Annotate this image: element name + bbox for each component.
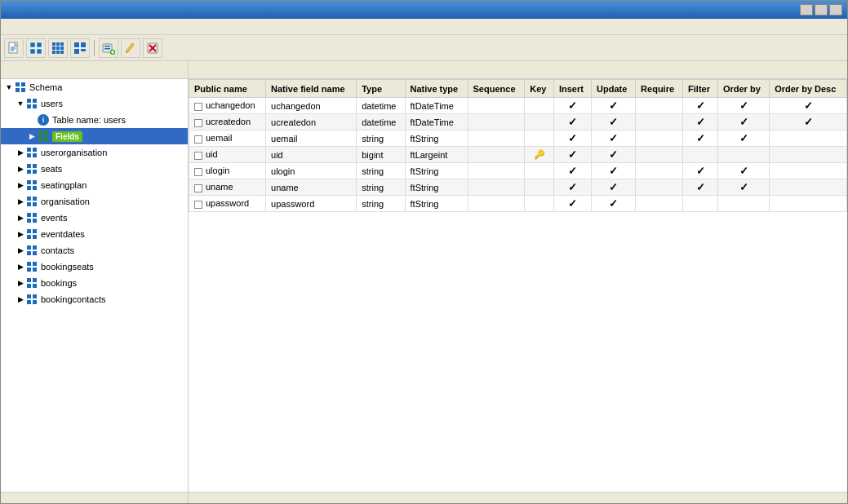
table-cell-6-5 [525, 196, 554, 212]
col-header-filter: Filter [683, 80, 718, 98]
minimize-button[interactable] [800, 4, 813, 15]
toolbar-sep1 [94, 40, 95, 56]
grid3-button[interactable] [70, 38, 90, 58]
sidebar-item-fields[interactable]: Fields [1, 128, 188, 144]
table-row[interactable]: uiduidbigintftLargeint🔑✓✓ [189, 147, 847, 163]
edit-button[interactable] [121, 38, 140, 58]
table-cell-6-7: ✓ [592, 196, 636, 212]
svg-rect-20 [81, 49, 86, 51]
tree-arrow-events [16, 213, 25, 223]
svg-rect-49 [27, 153, 31, 157]
sidebar-item-schema[interactable]: Schema [1, 79, 188, 95]
table-cell-0-5 [525, 98, 554, 114]
svg-rect-46 [44, 137, 48, 141]
tree-label-contacts: contacts [41, 245, 74, 255]
table-cell-3-6: ✓ [553, 147, 591, 163]
table-cell-1-1: ucreatedon [266, 114, 357, 130]
grid1-button[interactable] [26, 38, 46, 58]
tree-label-users: users [41, 99, 63, 108]
svg-rect-7 [37, 49, 42, 54]
table-cell-6-2: string [357, 196, 405, 212]
menu-file[interactable] [4, 26, 14, 28]
new-button[interactable] [4, 38, 24, 58]
svg-rect-9 [56, 42, 60, 46]
table-cell-3-1: uid [266, 147, 357, 163]
row-checkbox [194, 201, 202, 209]
bottom-scrollbar[interactable] [189, 492, 847, 503]
svg-rect-62 [33, 202, 37, 206]
sidebar-item-userorganisation[interactable]: userorganisation [1, 144, 188, 161]
svg-rect-59 [27, 197, 31, 201]
table-row[interactable]: unameunamestringftString✓✓✓✓ [189, 179, 847, 196]
table-icon [25, 260, 38, 273]
delete-button[interactable] [143, 38, 162, 58]
table-cell-3-0: uid [189, 147, 266, 163]
table-row[interactable]: upasswordupasswordstringftString✓✓ [189, 196, 847, 212]
check-icon: ✓ [739, 181, 748, 193]
tree-label-events: events [41, 213, 67, 223]
svg-rect-42 [33, 104, 37, 108]
svg-rect-83 [27, 294, 31, 298]
svg-rect-69 [27, 235, 31, 239]
table-cell-6-9 [683, 196, 718, 212]
svg-rect-85 [27, 300, 31, 304]
svg-rect-14 [52, 51, 55, 54]
table-row[interactable]: uloginuloginstringftString✓✓✓✓ [189, 163, 847, 179]
tree-label-table-info: Table name: users [52, 115, 126, 125]
sidebar-item-eventdates[interactable]: eventdates [1, 226, 188, 242]
svg-rect-35 [16, 82, 20, 86]
table-cell-1-4 [468, 114, 525, 130]
sidebar-item-contacts[interactable]: contacts [1, 242, 188, 259]
svg-rect-51 [27, 164, 31, 168]
sidebar-item-bookings[interactable]: bookings [1, 275, 188, 291]
table-cell-4-0: ulogin [189, 163, 266, 179]
table-cell-3-4 [468, 147, 525, 163]
table-header-row: Public nameNative field nameTypeNative t… [189, 80, 847, 98]
table-container[interactable]: Public nameNative field nameTypeNative t… [189, 79, 847, 492]
tree-arrow-schema [4, 82, 14, 92]
table-cell-2-0: uemail [189, 130, 266, 147]
sidebar-scrollbar[interactable] [1, 492, 188, 503]
check-icon: ✓ [609, 132, 618, 144]
key-icon: 🔑 [534, 149, 545, 159]
app-window: SchemausersiTable name: usersFieldsusero… [0, 0, 848, 504]
svg-marker-29 [126, 43, 134, 53]
maximize-button[interactable] [815, 4, 828, 15]
sidebar-item-events[interactable]: events [1, 210, 188, 226]
main-content: SchemausersiTable name: usersFieldsusero… [1, 61, 847, 503]
row-checkbox [194, 135, 202, 144]
close-button[interactable] [829, 4, 842, 15]
table-cell-5-1: uname [266, 179, 357, 196]
sidebar-item-table-info[interactable]: iTable name: users [1, 112, 188, 128]
col-header-require: Require [636, 80, 683, 98]
svg-rect-5 [37, 42, 42, 47]
svg-rect-80 [33, 278, 37, 282]
sidebar-item-users[interactable]: users [1, 95, 188, 112]
table-row[interactable]: uchangedonuchangedondatetimeftDateTime✓✓… [189, 98, 847, 114]
check-icon: ✓ [696, 99, 705, 112]
sidebar-item-bookingcontacts[interactable]: bookingcontacts [1, 291, 188, 307]
table-row[interactable]: ucreatedonucreatedondatetimeftDateTime✓✓… [189, 114, 847, 130]
sidebar-tree[interactable]: SchemausersiTable name: usersFieldsusero… [1, 79, 188, 492]
table-cell-2-2: string [357, 130, 405, 147]
tree-arrow-organisation [16, 197, 25, 206]
svg-rect-25 [104, 48, 110, 50]
svg-rect-19 [74, 49, 79, 54]
table-cell-5-8 [636, 179, 683, 196]
svg-rect-15 [56, 51, 60, 54]
svg-rect-41 [27, 104, 31, 108]
sidebar-item-seats[interactable]: seats [1, 161, 188, 177]
sidebar-item-seatingplan[interactable]: seatingplan [1, 177, 188, 193]
check-icon: ✓ [739, 132, 748, 144]
grid2-button[interactable] [48, 38, 68, 58]
check-icon: ✓ [609, 165, 618, 177]
tree-arrow-bookingseats [16, 262, 25, 272]
table-cell-3-5: 🔑 [525, 147, 554, 163]
tree-arrow-table-info [27, 115, 37, 125]
add-button[interactable] [99, 38, 118, 58]
sidebar-item-bookingseats[interactable]: bookingseats [1, 259, 188, 275]
sidebar-item-organisation[interactable]: organisation [1, 193, 188, 210]
table-row[interactable]: uemailuemailstringftString✓✓✓✓ [189, 130, 847, 147]
svg-rect-37 [16, 88, 20, 92]
tree-arrow-eventdates [16, 229, 25, 239]
